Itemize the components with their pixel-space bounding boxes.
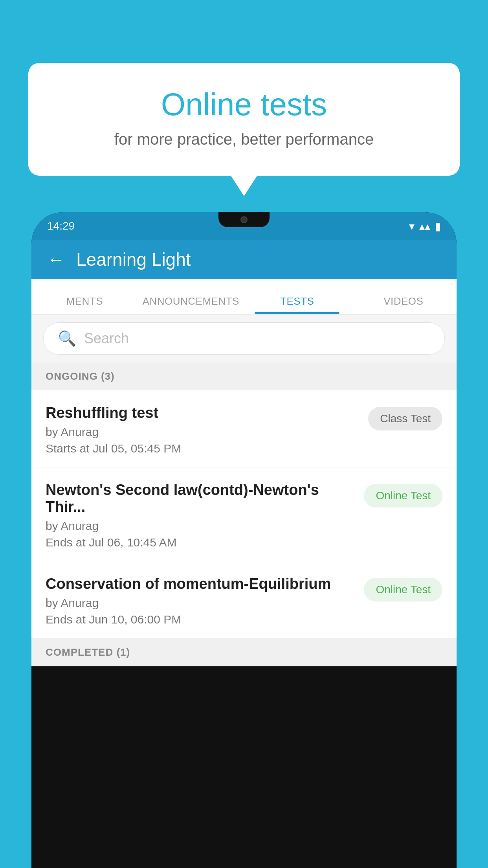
test-by-3: by Anurag xyxy=(46,596,356,610)
search-icon: 🔍 xyxy=(58,330,76,347)
test-title-2: Newton's Second law(contd)-Newton's Thir… xyxy=(46,482,356,515)
test-by-2: by Anurag xyxy=(46,519,356,533)
test-title-3: Conservation of momentum-Equilibrium xyxy=(46,576,356,592)
speech-bubble: Online tests for more practice, better p… xyxy=(28,63,460,176)
tab-ments[interactable]: MENTS xyxy=(31,295,138,314)
test-badge-2: Online Test xyxy=(364,484,442,508)
test-info-2: Newton's Second law(contd)-Newton's Thir… xyxy=(46,482,364,549)
test-title-1: Reshuffling test xyxy=(46,405,360,421)
battery-icon: ▮ xyxy=(435,220,441,233)
test-by-1: by Anurag xyxy=(46,425,360,439)
test-info-3: Conservation of momentum-Equilibrium by … xyxy=(46,576,364,626)
ongoing-section-header: ONGOING (3) xyxy=(31,362,457,390)
status-icons: ▾ ▴▴ ▮ xyxy=(409,220,441,233)
phone-frame: 14:29 ▾ ▴▴ ▮ ← Learning Light MENTS ANNO… xyxy=(31,212,457,868)
app-bar: ← Learning Light xyxy=(31,240,457,279)
search-placeholder: Search xyxy=(84,330,129,347)
search-bar-container: 🔍 Search xyxy=(31,314,457,362)
search-input-wrap[interactable]: 🔍 Search xyxy=(43,322,445,355)
test-date-1: Starts at Jul 05, 05:45 PM xyxy=(46,442,360,455)
camera xyxy=(240,216,248,223)
tab-announcements[interactable]: ANNOUNCEMENTS xyxy=(138,295,244,314)
wifi-icon: ▾ xyxy=(409,220,415,233)
bubble-title: Online tests xyxy=(52,86,436,123)
status-bar: 14:29 ▾ ▴▴ ▮ xyxy=(31,212,457,240)
test-date-3: Ends at Jun 10, 06:00 PM xyxy=(46,613,356,626)
test-badge-3: Online Test xyxy=(364,578,442,601)
status-time: 14:29 xyxy=(47,220,75,232)
tab-tests[interactable]: TESTS xyxy=(244,295,350,314)
test-info-1: Reshuffling test by Anurag Starts at Jul… xyxy=(46,405,368,455)
tab-bar: MENTS ANNOUNCEMENTS TESTS VIDEOS xyxy=(31,279,457,314)
back-button[interactable]: ← xyxy=(47,250,64,269)
signal-icon: ▴▴ xyxy=(419,220,430,233)
notch xyxy=(218,212,270,227)
test-item-1[interactable]: Reshuffling test by Anurag Starts at Jul… xyxy=(31,390,457,467)
test-date-2: Ends at Jul 06, 10:45 AM xyxy=(46,536,356,549)
test-badge-1: Class Test xyxy=(368,407,442,430)
bubble-subtitle: for more practice, better performance xyxy=(52,131,436,148)
completed-section-header: COMPLETED (1) xyxy=(31,638,457,666)
test-item-3[interactable]: Conservation of momentum-Equilibrium by … xyxy=(31,561,457,638)
test-list: Reshuffling test by Anurag Starts at Jul… xyxy=(31,390,457,638)
test-item-2[interactable]: Newton's Second law(contd)-Newton's Thir… xyxy=(31,467,457,561)
app-bar-title: Learning Light xyxy=(76,249,191,270)
tab-videos[interactable]: VIDEOS xyxy=(350,295,457,314)
